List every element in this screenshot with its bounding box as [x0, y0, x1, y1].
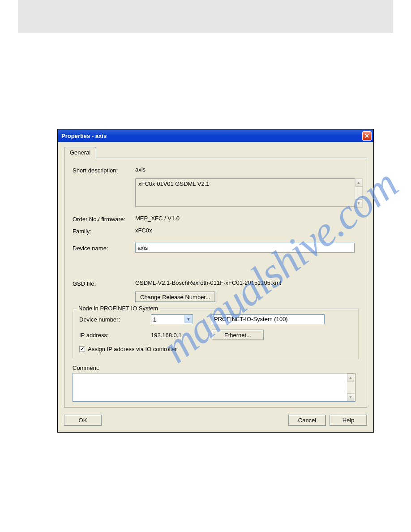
order-value: MEP_XFC / V1.0 — [135, 215, 359, 222]
ip-address-label: IP address: — [79, 332, 151, 339]
general-panel: Short description: axis xFC0x 01V01 GSDM… — [64, 158, 367, 408]
titlebar: Properties - axis ✕ — [58, 129, 373, 142]
cancel-button[interactable]: Cancel — [288, 415, 326, 426]
ethernet-button[interactable]: Ethernet... — [212, 330, 264, 340]
close-icon: ✕ — [364, 133, 369, 139]
comment-textarea[interactable]: ▲ ▼ — [73, 373, 355, 402]
family-value: xFC0x — [135, 227, 359, 234]
device-name-label: Device name: — [73, 244, 135, 252]
dialog-button-row: OK Cancel Help — [64, 415, 367, 426]
tab-strip: General — [64, 146, 367, 158]
properties-dialog: Properties - axis ✕ manualshive.com Gene… — [57, 129, 374, 433]
details-text: xFC0x 01V01 GSDML V2.1 — [138, 180, 209, 187]
node-fieldset: Node in PROFINET IO System Device number… — [73, 309, 359, 359]
details-textarea: xFC0x 01V01 GSDML V2.1 ▲ ▼ — [135, 178, 355, 207]
gsd-label: GSD file: — [73, 279, 135, 287]
device-number-value: 1 — [153, 316, 156, 323]
ok-button[interactable]: OK — [64, 415, 102, 426]
device-name-input[interactable] — [135, 243, 355, 253]
scroll-down-icon[interactable]: ▼ — [347, 393, 354, 401]
assign-ip-checkbox[interactable]: ✔ — [79, 346, 85, 352]
comment-label: Comment: — [73, 365, 359, 371]
help-button[interactable]: Help — [330, 415, 367, 426]
gsd-value: GSDML-V2.1-BoschRexroth-011F-xFC01-20151… — [135, 279, 359, 286]
io-system-name: PROFINET-IO-System (100) — [212, 314, 325, 324]
page-header-band — [18, 0, 393, 33]
family-label: Family: — [73, 227, 135, 235]
chevron-down-icon: ▼ — [184, 315, 192, 323]
device-number-label: Device number: — [79, 316, 151, 323]
short-description-value: axis — [135, 166, 359, 173]
scroll-up-icon[interactable]: ▲ — [355, 179, 362, 187]
dialog-client-area: manualshive.com General Short descriptio… — [58, 142, 373, 432]
dialog-title: Properties - axis — [61, 133, 107, 139]
node-legend: Node in PROFINET IO System — [77, 305, 160, 312]
details-scrollbar[interactable]: ▲ ▼ — [355, 178, 363, 208]
scroll-up-icon[interactable]: ▲ — [347, 373, 354, 382]
change-release-button[interactable]: Change Release Number... — [135, 292, 215, 302]
short-description-label: Short description: — [73, 166, 135, 174]
tab-general[interactable]: General — [64, 147, 96, 158]
close-button[interactable]: ✕ — [362, 131, 372, 141]
device-number-dropdown[interactable]: 1 ▼ — [151, 314, 193, 324]
ip-address-value: 192.168.0.1 — [151, 332, 193, 339]
scroll-down-icon[interactable]: ▼ — [355, 199, 362, 207]
assign-ip-label: Assign IP address via IO controller — [88, 346, 177, 352]
comment-scrollbar[interactable]: ▲ ▼ — [347, 373, 355, 401]
order-label: Order No./ firmware: — [73, 215, 135, 223]
